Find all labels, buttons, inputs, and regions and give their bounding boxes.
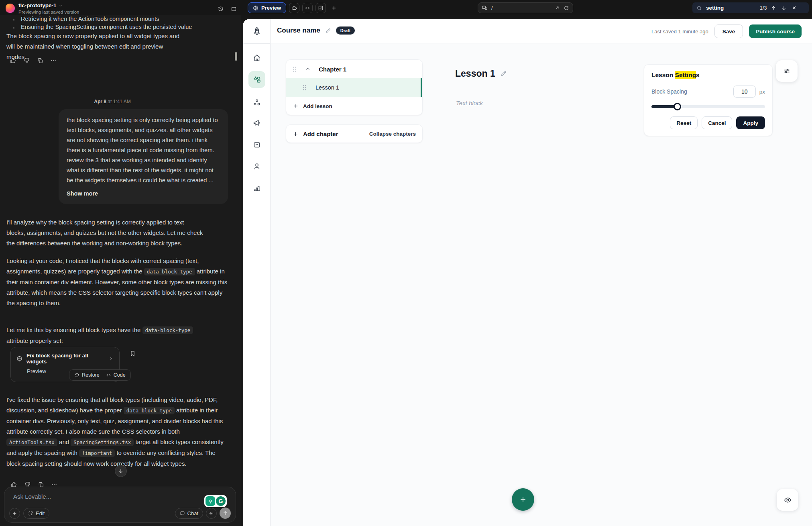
grammarly-widget[interactable]: G: [204, 495, 227, 507]
restore-label: Restore: [82, 372, 100, 378]
close-search-icon[interactable]: [792, 5, 797, 10]
chat-panel: Retrieving it when the ActionTools compo…: [0, 15, 241, 526]
thumbs-down-icon[interactable]: [23, 57, 30, 64]
chat-composer: G Edit Chat: [4, 487, 236, 523]
globe-icon: [253, 5, 258, 11]
collapse-chapters-button[interactable]: Collapse chapters: [369, 131, 416, 137]
device-toggle-icon[interactable]: [482, 5, 488, 11]
sidebar-item-home[interactable]: [252, 53, 261, 62]
sidebar-item-announcements[interactable]: [252, 118, 261, 127]
bullet-item: Ensuring the SpacingSettings component u…: [18, 23, 213, 31]
toggle-panel-button[interactable]: [228, 4, 239, 14]
message-actions: [10, 57, 57, 64]
drag-handle-icon[interactable]: [293, 66, 297, 72]
preview-button[interactable]: Preview: [248, 2, 286, 13]
url-bar[interactable]: /: [478, 2, 573, 13]
chapter-card: Chapter 1 Lesson 1 Add lesson: [286, 59, 423, 115]
save-button[interactable]: Save: [714, 24, 743, 38]
sidebar-item-content-active[interactable]: [248, 71, 265, 88]
sidebar-item-profile[interactable]: [252, 162, 261, 171]
timestamp-time: at 1:41 AM: [108, 99, 130, 104]
open-external-icon[interactable]: [554, 5, 560, 11]
scroll-to-bottom-button[interactable]: [115, 465, 127, 477]
project-menu[interactable]: flc-prototype-1 Previewing last saved ve…: [6, 2, 79, 14]
show-more-link[interactable]: Show more: [67, 189, 98, 199]
url-path: /: [491, 5, 493, 11]
preview-mode-button[interactable]: [777, 489, 798, 511]
lesson-row-selected[interactable]: Lesson 1: [286, 78, 422, 97]
chat-scrollbar[interactable]: [235, 52, 237, 61]
bullet-item: Retrieving it when the ActionTools compo…: [18, 15, 213, 23]
assistant-paragraph: I'll analyze why the block spacing setti…: [6, 217, 203, 249]
thumbs-up-icon[interactable]: [10, 57, 16, 64]
code-icon: [305, 5, 310, 11]
publish-course-button[interactable]: Publish course: [749, 24, 802, 38]
empty-text-block[interactable]: Text block: [456, 100, 483, 106]
assistant-paragraph: I've fixed the issue by ensuring that al…: [6, 395, 230, 469]
grammarly-logo-icon[interactable]: G: [216, 496, 226, 506]
sidebar-divider: [243, 43, 271, 44]
code-button[interactable]: Code: [106, 372, 126, 378]
chat-bubble-icon: [180, 511, 185, 516]
apply-button[interactable]: Apply: [736, 116, 765, 129]
edit-mode-label: Edit: [36, 510, 45, 516]
add-block-fab[interactable]: [512, 488, 534, 511]
restore-button[interactable]: Restore: [74, 372, 100, 378]
sidebar-item-analytics[interactable]: [252, 184, 261, 192]
more-options-icon[interactable]: [50, 57, 57, 64]
sidebar-item-store[interactable]: [252, 141, 261, 149]
attach-button[interactable]: [9, 508, 20, 519]
previous-match-icon[interactable]: [771, 5, 776, 11]
code-view-button[interactable]: [302, 3, 313, 13]
grammarly-suggestion-icon[interactable]: [206, 496, 215, 506]
plus-icon: [293, 103, 299, 109]
add-chapter-card: Add chapter Collapse chapters: [286, 124, 423, 143]
chat-input[interactable]: [12, 493, 145, 500]
status-badge: Draft: [336, 27, 355, 35]
search-input[interactable]: [705, 4, 757, 11]
send-button[interactable]: [220, 508, 231, 519]
edit-card-title: Fix block spacing for all widgets: [26, 353, 105, 365]
block-spacing-slider[interactable]: [651, 103, 765, 110]
edit-mode-button[interactable]: Edit: [23, 508, 49, 519]
edit-course-name-icon[interactable]: [325, 28, 331, 34]
arrow-down-icon: [118, 468, 124, 474]
bookmark-icon[interactable]: [129, 350, 136, 357]
slider-thumb[interactable]: [674, 103, 681, 110]
voice-input-button[interactable]: [206, 508, 217, 519]
settings-title-pre: Lesson: [651, 71, 675, 78]
drag-handle-icon[interactable]: [302, 85, 307, 91]
last-saved-text: Last saved 1 minute ago: [651, 29, 708, 35]
plus-icon: [519, 495, 527, 504]
edit-lesson-title-icon[interactable]: [500, 70, 507, 77]
edit-card-container: Fix block spacing for all widgets Previe…: [10, 347, 147, 382]
cloud-button[interactable]: [289, 3, 299, 13]
collapse-chapter-icon[interactable]: [305, 66, 311, 72]
project-subtitle: Previewing last saved version: [18, 10, 79, 14]
chat-bullet-list: Retrieving it when the ActionTools compo…: [12, 15, 213, 31]
analytics-button[interactable]: [315, 3, 326, 13]
chapter-title[interactable]: Chapter 1: [319, 66, 346, 73]
block-spacing-input[interactable]: [733, 86, 756, 98]
copy-icon[interactable]: [37, 57, 43, 64]
rocket-logo-icon[interactable]: [252, 26, 262, 37]
new-tab-button[interactable]: [329, 3, 339, 13]
block-spacing-label: Block Spacing: [651, 88, 733, 95]
next-match-icon[interactable]: [781, 5, 787, 11]
course-name: Course name: [277, 27, 320, 35]
lovable-logo-icon: [6, 4, 15, 13]
settings-toggle-button[interactable]: [776, 60, 798, 82]
chevron-down-icon: [59, 4, 63, 8]
lesson-row-label: Lesson 1: [315, 84, 339, 91]
add-lesson-button[interactable]: Add lesson: [286, 97, 422, 115]
find-bar: 1/3: [692, 2, 809, 13]
history-button[interactable]: [216, 4, 226, 14]
sidebar-item-community[interactable]: [252, 98, 261, 107]
preview-button-label: Preview: [261, 5, 281, 11]
timestamp: Apr 8 at 1:41 AM: [0, 99, 225, 104]
add-chapter-button[interactable]: Add chapter: [293, 130, 338, 137]
reset-button[interactable]: Reset: [670, 116, 698, 129]
chat-mode-button[interactable]: Chat: [175, 508, 203, 519]
cancel-button[interactable]: Cancel: [702, 116, 732, 129]
refresh-icon[interactable]: [564, 5, 569, 11]
